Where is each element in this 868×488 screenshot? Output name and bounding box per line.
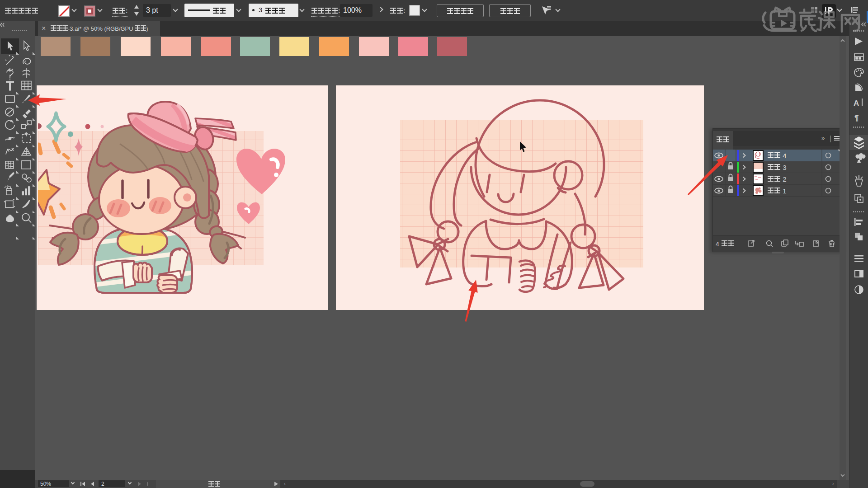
svg-text:¶: ¶ bbox=[854, 114, 859, 122]
svg-text:A: A bbox=[854, 99, 859, 108]
